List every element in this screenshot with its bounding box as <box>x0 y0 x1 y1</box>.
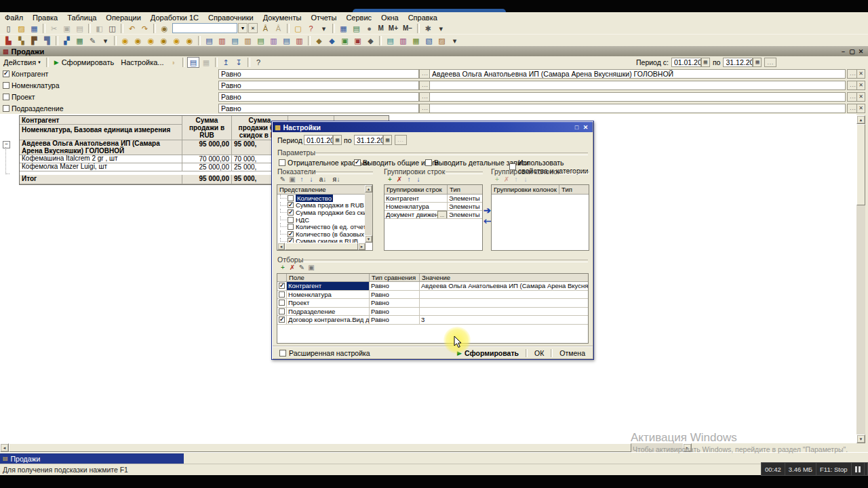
catalog-icon-1[interactable]: ▤ <box>384 35 397 46</box>
menu-item[interactable]: Документы <box>258 14 307 22</box>
delivery-doc-icon-8[interactable]: ▥ <box>294 35 306 46</box>
table-window-icon[interactable]: ▦ <box>74 35 86 46</box>
indicator-item[interactable]: Сумма продажи в RUB <box>277 202 365 209</box>
journal-icon-4[interactable]: ▣ <box>352 35 364 46</box>
money-coin-icon-5[interactable]: ◉ <box>171 35 183 46</box>
money-coin-icon-6[interactable]: ◉ <box>184 35 196 46</box>
colgroups-type-header[interactable]: Тип <box>559 185 589 194</box>
scrollbar-thumb[interactable] <box>285 243 358 250</box>
menu-item[interactable]: Операции <box>101 14 145 22</box>
save-icon[interactable]: ▦ <box>28 23 41 34</box>
scroll-right-icon[interactable]: ► <box>358 243 366 250</box>
clear-value-icon[interactable]: ✕ <box>856 104 865 113</box>
delivery-doc-icon-4[interactable]: ▥ <box>242 35 254 46</box>
filter-condition-field[interactable]: Равно <box>218 104 419 113</box>
search-input[interactable] <box>172 23 237 33</box>
windows-icon[interactable]: ▢ <box>292 23 304 34</box>
scroll-up-icon[interactable]: ▲ <box>856 115 865 124</box>
filter-value-field[interactable] <box>429 92 846 102</box>
indicator-checkbox[interactable] <box>288 209 294 216</box>
sort-desc-icon[interactable]: я↓ <box>330 175 343 184</box>
grouping-row[interactable]: Номенклатура … Элементы <box>384 203 482 211</box>
delivery-doc-icon-1[interactable]: ▤ <box>203 35 216 46</box>
grouping-row[interactable]: Контрагент … Элементы <box>384 195 482 203</box>
memory-m-plus-button[interactable]: М+ <box>387 23 400 34</box>
checkbox[interactable] <box>425 159 432 166</box>
help-caret-icon[interactable]: ▾ <box>318 23 330 34</box>
help-icon[interactable]: ? <box>305 23 317 34</box>
memory-m-button[interactable]: М <box>376 23 386 34</box>
selection-row[interactable]: Проект Равно <box>277 299 588 308</box>
header-contragent[interactable]: Контрагент Номенклатура, Базовая единица… <box>20 116 182 140</box>
stop-icon[interactable] <box>865 463 868 475</box>
indicator-checkbox[interactable] <box>288 202 294 208</box>
separator[interactable] <box>121 24 123 33</box>
separator[interactable] <box>215 58 218 67</box>
settings-button[interactable]: Настройка... <box>117 57 167 68</box>
menu-item[interactable]: Доработки 1С <box>146 14 203 22</box>
search-dropdown-icon[interactable]: ▼ <box>238 23 248 33</box>
catalog-icon-4[interactable]: ▧ <box>423 35 435 46</box>
menu-item[interactable]: Таблица <box>62 14 101 22</box>
drill-down-icon[interactable]: ↧ <box>233 57 245 68</box>
dialog-period-to-field[interactable]: 31.12.2021 <box>354 135 383 145</box>
delivery-doc-icon-5[interactable]: ▤ <box>255 35 267 46</box>
menu-item[interactable]: Окна <box>376 14 403 22</box>
filter-checkbox[interactable] <box>3 94 9 100</box>
clock-icon[interactable]: ● <box>363 23 376 34</box>
header-field[interactable]: Поле <box>287 274 370 281</box>
dialog-period-from-field[interactable]: 01.01.2021 <box>304 135 333 145</box>
menu-item[interactable]: Правка <box>28 14 62 22</box>
calendar-icon[interactable]: ▦ <box>383 135 392 145</box>
separator[interactable] <box>379 36 382 45</box>
pen-caret-icon[interactable]: ▾ <box>100 35 112 46</box>
filter-value-field[interactable] <box>429 81 846 90</box>
undo-icon[interactable]: ↶ <box>126 23 138 34</box>
selection-row[interactable]: Номенклатура Равно <box>277 291 588 300</box>
calculator-icon[interactable]: ▦ <box>338 23 350 34</box>
print-preview-icon[interactable]: ◫ <box>106 23 119 34</box>
indicator-item[interactable]: Сумма продажи без скидок в F <box>277 209 365 216</box>
catalog-icon-2[interactable]: ▥ <box>397 35 410 46</box>
indicators-hscrollbar[interactable]: ◄ ► <box>277 243 366 250</box>
checkbox[interactable] <box>354 159 361 166</box>
selection-checkbox[interactable] <box>279 308 285 314</box>
copy-icon[interactable]: ▣ <box>288 175 297 184</box>
find-prev-icon[interactable]: Â <box>273 23 285 34</box>
filter-value-field[interactable] <box>429 104 846 113</box>
sign-pen-icon[interactable]: ✎ <box>87 35 99 46</box>
separator[interactable] <box>332 24 335 33</box>
open-document-icon[interactable]: ▨ <box>16 23 28 34</box>
separator[interactable] <box>287 24 290 33</box>
delivery-doc-icon-3[interactable]: ▤ <box>229 35 241 46</box>
add-icon[interactable]: + <box>492 175 502 184</box>
money-coin-icon-4[interactable]: ◉ <box>158 35 170 46</box>
journal-icon-2[interactable]: ◆ <box>326 35 338 46</box>
move-down-icon[interactable]: ↓ <box>414 175 423 184</box>
selection-checkbox[interactable] <box>279 283 285 289</box>
indicator-item[interactable]: Количество (в ед. отчетов) <box>277 223 365 230</box>
actions-button[interactable]: Действия▾ <box>0 57 44 68</box>
find-icon[interactable]: ◉ <box>159 23 171 34</box>
advanced-settings-checkbox[interactable] <box>279 350 286 357</box>
indicator-checkbox[interactable] <box>288 224 294 230</box>
money-coin-icon-2[interactable]: ◉ <box>132 35 144 46</box>
clear-value-icon[interactable]: ✕ <box>856 81 865 90</box>
filter-checkbox[interactable] <box>3 82 9 89</box>
header-value[interactable]: Значение <box>420 274 588 281</box>
tab-prodazhi[interactable]: ▤ Продажи <box>0 453 184 464</box>
rowgroups-type-header[interactable]: Тип <box>448 185 482 194</box>
reports-book-icon[interactable]: ▛ <box>28 35 41 46</box>
vertical-scrollbar[interactable]: ▲ ▼ <box>856 115 865 443</box>
selection-checkbox[interactable] <box>279 317 285 323</box>
edit-flags-icon[interactable]: ✎ <box>297 263 307 272</box>
move-down-icon[interactable]: ↓ <box>521 175 530 184</box>
scroll-up-icon[interactable]: ▲ <box>365 185 372 192</box>
redo-icon[interactable]: ↷ <box>139 23 151 34</box>
add-icon[interactable]: + <box>278 263 288 272</box>
drill-up-icon[interactable]: ↥ <box>220 57 232 68</box>
maximize-icon[interactable]: □ <box>572 123 581 131</box>
catalog-icon-3[interactable]: ▦ <box>410 35 422 46</box>
colgroups-col-header[interactable]: Группировки колонок <box>492 185 559 194</box>
help-icon[interactable]: ? <box>252 57 264 68</box>
